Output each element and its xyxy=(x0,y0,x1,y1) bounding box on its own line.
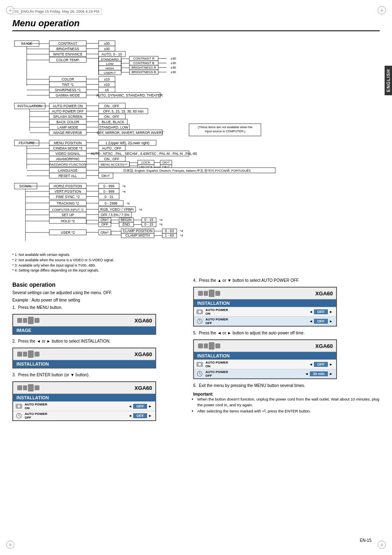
sub-brightness-r: BRIGHTNESS R xyxy=(131,66,156,69)
val-ct-standard: STANDARD xyxy=(101,58,119,61)
sub-lock: LOCK xyxy=(141,161,150,164)
step-2-text: 2. Press the ◄ or ► button to select INS… xyxy=(12,338,185,344)
col-left: Basic operation Several settings can be … xyxy=(12,277,185,424)
step-5-text: 5. Press the ◄ or ► button to adjust the… xyxy=(193,330,380,336)
val-cinema: AUTO , OFF xyxy=(102,146,122,150)
xga-top-2: XGA60 xyxy=(13,348,155,360)
val-end: 0 - 15 xyxy=(144,222,153,226)
xga-arrow-right-3-2: ► xyxy=(147,414,153,418)
xga-icons-5 xyxy=(197,342,222,350)
footnotes-section: * 1: Not available with certain signals.… xyxy=(12,252,380,273)
menu-password: PASSWORD FUNCTION xyxy=(49,163,86,166)
xga-row-5-2: AUTO POWEROFF ◄ 30 min ► xyxy=(194,369,336,378)
val-tint: ±10 xyxy=(104,83,110,87)
svg-rect-181 xyxy=(17,385,22,390)
val-ct-high: HIGH xyxy=(106,67,114,70)
xga-display-4: XGA60 INSTALLATION AUTO POWERON ◄ OFF ► … xyxy=(193,287,337,327)
xga-icons-1 xyxy=(16,316,41,325)
menu-position: MENU POSITION xyxy=(54,141,82,145)
svg-line-198 xyxy=(200,321,201,322)
xga-row-label-4-1: AUTO POWERON xyxy=(203,308,308,315)
xga-arrow-left-5-1: ◄ xyxy=(308,362,314,366)
val-video-signal: AUTO , NTSC , PAL , SECAM , 4.43NTSC , P… xyxy=(91,152,197,156)
xga-bar-2: INSTALLATION xyxy=(13,360,155,368)
svg-rect-176 xyxy=(35,318,39,323)
important-bullet-2: After selecting the items marked with ⏎,… xyxy=(197,408,380,414)
corner-mark-br xyxy=(378,541,386,549)
val-sharpness: ±5 xyxy=(105,88,109,92)
xga-bar-3: INSTALLATION xyxy=(13,394,155,401)
sub-end: END xyxy=(122,222,130,226)
xga-row-3-2: AUTO POWEROFF ◄ OFF ► xyxy=(13,411,155,420)
step-4-text: 4. Press the ▲ or ▼ button to select AUT… xyxy=(193,277,380,283)
note-end: *4 xyxy=(159,223,163,226)
xga-top-5: XGA60 xyxy=(194,340,336,352)
xga-arrow-left-4-2: ◄ xyxy=(308,319,314,323)
sub-clamp-width: CLAMP WIDTH xyxy=(125,233,150,237)
svg-rect-177 xyxy=(17,352,22,357)
menu-computer-input: COMPUTER INPUT *2 xyxy=(52,208,84,212)
menu-vert: VERT.POSITION xyxy=(55,189,81,193)
xga-arrow-left-4-1: ◄ xyxy=(308,310,314,314)
menu-image-reverse: IMAGE REVERSE xyxy=(53,131,83,135)
basic-operation-desc: Several settings can be adjusted using t… xyxy=(12,290,185,296)
step-3-text: 3. Press the ENTER button (or ▼ button). xyxy=(12,372,185,378)
menu-cinema: CINEMA MODE *3 xyxy=(53,146,83,150)
val-auto-power-on: ON , OFF xyxy=(104,104,120,108)
xga-row-label-5-1: AUTO POWERON xyxy=(203,361,308,368)
val-lamp: STANDARD, LOW xyxy=(99,125,128,129)
svg-rect-175 xyxy=(28,317,34,324)
svg-rect-179 xyxy=(28,350,34,358)
xga-arrow-right-5-1: ► xyxy=(328,362,334,366)
xga-row-icon-4-2 xyxy=(196,318,203,324)
note-begin: *4 xyxy=(159,218,163,222)
col-right: 4. Press the ▲ or ▼ button to select AUT… xyxy=(193,277,380,424)
page-number: EN-15 xyxy=(360,538,371,543)
val-brightness: ±30 xyxy=(104,47,110,51)
menu-tint: TINT *1 xyxy=(62,83,74,87)
menu-splash: SPLASH SCREEN xyxy=(53,115,82,119)
xga-arrow-left-3-2: ◄ xyxy=(127,414,133,418)
menu-lamp: LAMP MODE xyxy=(58,125,78,129)
xga-row-val-5-2: 30 min xyxy=(310,371,328,376)
val-back-color: BLUE, BLACK xyxy=(102,120,125,124)
menu-user: USER *2 xyxy=(61,230,75,235)
val-auto-power-off: OFF, 5, 10, 15, 30, 60 min xyxy=(103,109,144,113)
menu-brightness: BRIGHTNESS xyxy=(56,47,79,51)
footnote-4: * 4: Setting range differs depending on … xyxy=(12,268,380,273)
xga-row-val-4-1: OFF xyxy=(314,309,328,314)
subval-brightness-r: ±30 xyxy=(171,66,176,69)
important-section: Important: When the button doesn't funct… xyxy=(193,392,380,414)
sub-hold-on: ON⏎ xyxy=(101,218,109,222)
menu-gamma: GAMMA MODE xyxy=(55,93,80,97)
xga-row-3-1: AUTO POWERON ◄ OFF ► xyxy=(13,401,155,411)
xga-arrow-right-4-1: ► xyxy=(328,310,334,314)
svg-rect-183 xyxy=(28,384,34,391)
menu-reset: RESET ALL xyxy=(58,174,77,178)
svg-rect-180 xyxy=(35,352,39,357)
xga-display-2: XGA60 INSTALLATION xyxy=(12,348,156,368)
xga-title-4: XGA60 xyxy=(315,290,333,297)
menu-horiz: HORIZ.POSITION xyxy=(53,184,82,188)
svg-point-195 xyxy=(198,311,201,313)
xga-top-1: XGA60 xyxy=(13,315,155,327)
xga-row-val-5-1: OFF xyxy=(314,362,328,367)
xga-row-label-3-2: AUTO POWEROFF xyxy=(23,412,127,419)
menu-back-color: BACK COLOR xyxy=(56,120,79,124)
val-fine-sync: 0 - 31 xyxy=(104,195,113,199)
basic-operation-title: Basic operation xyxy=(12,281,185,288)
note-vert: *4 xyxy=(122,190,126,193)
svg-rect-184 xyxy=(35,385,39,390)
svg-line-207 xyxy=(200,374,201,375)
footnote-2: * 2: Not available when the source is a … xyxy=(12,258,380,263)
xga-title-2: XGA60 xyxy=(134,351,152,357)
subval-contrast-b: ±30 xyxy=(171,61,176,65)
val-language: 日本語, English, Español, Deutsch, Français… xyxy=(123,169,251,173)
corner-mark-tr xyxy=(378,6,386,14)
xga-bar-4: INSTALLATION xyxy=(194,299,336,307)
val-ct-user: USER⏎ xyxy=(104,71,115,75)
val-tracking: 0 - 2999 xyxy=(104,201,117,205)
svg-rect-193 xyxy=(215,291,220,296)
svg-rect-199 xyxy=(198,343,203,348)
val-menu-position: 1 (Upper left), 2(Lower right) xyxy=(106,141,150,145)
